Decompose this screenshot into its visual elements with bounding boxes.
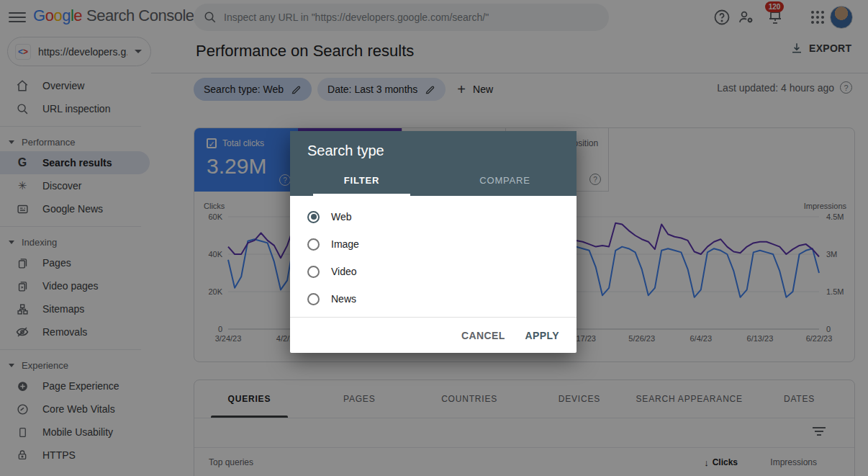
radio-icon <box>307 293 320 305</box>
option-label: Image <box>331 238 359 250</box>
radio-selected-icon <box>307 211 320 223</box>
tab-filter[interactable]: FILTER <box>290 170 433 196</box>
dialog-title: Search type <box>307 143 384 159</box>
option-label: News <box>331 293 356 305</box>
radio-option-news[interactable]: News <box>290 285 577 313</box>
cancel-button[interactable]: CANCEL <box>461 330 505 341</box>
apply-button[interactable]: APPLY <box>525 330 559 341</box>
search-console-app: GoogleSearch Console 120 <> https://deve… <box>0 0 868 476</box>
dialog-header: Search type FILTER COMPARE <box>290 131 577 196</box>
option-label: Web <box>331 211 352 223</box>
tab-compare[interactable]: COMPARE <box>433 170 577 196</box>
radio-option-web[interactable]: Web <box>290 203 577 230</box>
radio-icon <box>307 238 320 251</box>
option-label: Video <box>331 266 357 277</box>
dialog-body: Web Image Video News <box>290 196 577 317</box>
search-type-dialog: Search type FILTER COMPARE Web Image Vid… <box>290 131 577 353</box>
radio-option-image[interactable]: Image <box>290 230 577 258</box>
dialog-tabs: FILTER COMPARE <box>290 170 577 196</box>
dialog-footer: CANCEL APPLY <box>290 317 577 353</box>
radio-icon <box>307 266 320 278</box>
radio-option-video[interactable]: Video <box>290 258 577 285</box>
